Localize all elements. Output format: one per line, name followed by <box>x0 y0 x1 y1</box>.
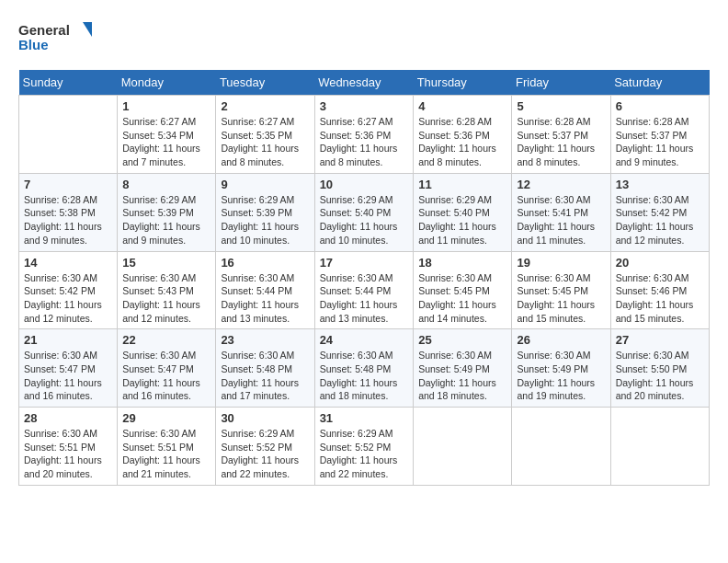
day-number: 18 <box>418 256 506 270</box>
day-info: Sunrise: 6:30 AMSunset: 5:51 PMDaylight:… <box>122 427 210 481</box>
day-number: 10 <box>320 178 409 191</box>
day-number: 3 <box>320 99 409 113</box>
header-thursday: Thursday <box>414 70 512 96</box>
day-info: Sunrise: 6:30 AMSunset: 5:48 PMDaylight:… <box>221 349 309 403</box>
page-header: General Blue <box>18 18 710 55</box>
calendar-cell: 14Sunrise: 6:30 AMSunset: 5:42 PMDayligh… <box>19 251 118 329</box>
day-number: 1 <box>122 99 210 113</box>
day-info: Sunrise: 6:29 AMSunset: 5:39 PMDaylight:… <box>221 193 309 247</box>
day-info: Sunrise: 6:27 AMSunset: 5:36 PMDaylight:… <box>320 115 409 169</box>
day-number: 27 <box>616 333 704 347</box>
day-info: Sunrise: 6:30 AMSunset: 5:45 PMDaylight:… <box>418 271 506 326</box>
day-info: Sunrise: 6:30 AMSunset: 5:45 PMDaylight:… <box>517 271 605 326</box>
calendar-cell: 10Sunrise: 6:29 AMSunset: 5:40 PMDayligh… <box>314 173 414 251</box>
day-info: Sunrise: 6:30 AMSunset: 5:49 PMDaylight:… <box>418 349 506 403</box>
day-number: 6 <box>616 99 704 113</box>
day-number: 9 <box>221 178 309 191</box>
day-number: 11 <box>418 178 506 191</box>
day-number: 4 <box>418 99 506 113</box>
day-number: 2 <box>221 99 309 113</box>
calendar-cell: 3Sunrise: 6:27 AMSunset: 5:36 PMDaylight… <box>314 96 414 174</box>
calendar-table: SundayMondayTuesdayWednesdayThursdayFrid… <box>18 70 710 486</box>
calendar-week-row: 21Sunrise: 6:30 AMSunset: 5:47 PMDayligh… <box>19 329 710 408</box>
calendar-cell: 7Sunrise: 6:28 AMSunset: 5:38 PMDaylight… <box>19 173 118 251</box>
day-info: Sunrise: 6:30 AMSunset: 5:49 PMDaylight:… <box>517 349 605 403</box>
calendar-cell: 28Sunrise: 6:30 AMSunset: 5:51 PMDayligh… <box>19 408 118 486</box>
day-info: Sunrise: 6:30 AMSunset: 5:50 PMDaylight:… <box>616 349 704 403</box>
day-number: 24 <box>320 333 409 347</box>
day-info: Sunrise: 6:30 AMSunset: 5:43 PMDaylight:… <box>122 271 210 326</box>
calendar-cell: 11Sunrise: 6:29 AMSunset: 5:40 PMDayligh… <box>414 173 512 251</box>
day-number: 23 <box>221 333 309 347</box>
header-sunday: Sunday <box>19 70 118 96</box>
calendar-cell: 30Sunrise: 6:29 AMSunset: 5:52 PMDayligh… <box>216 408 314 486</box>
header-saturday: Saturday <box>610 70 709 96</box>
calendar-cell: 23Sunrise: 6:30 AMSunset: 5:48 PMDayligh… <box>216 329 314 408</box>
header-friday: Friday <box>512 70 610 96</box>
calendar-cell <box>414 408 512 486</box>
day-info: Sunrise: 6:30 AMSunset: 5:46 PMDaylight:… <box>616 271 704 326</box>
day-info: Sunrise: 6:27 AMSunset: 5:35 PMDaylight:… <box>221 115 309 169</box>
day-number: 29 <box>122 411 210 425</box>
day-info: Sunrise: 6:28 AMSunset: 5:37 PMDaylight:… <box>517 115 605 169</box>
day-number: 14 <box>24 256 112 270</box>
calendar-cell: 21Sunrise: 6:30 AMSunset: 5:47 PMDayligh… <box>19 329 118 408</box>
calendar-cell: 8Sunrise: 6:29 AMSunset: 5:39 PMDaylight… <box>118 173 216 251</box>
day-info: Sunrise: 6:28 AMSunset: 5:38 PMDaylight:… <box>24 193 112 247</box>
calendar-cell: 29Sunrise: 6:30 AMSunset: 5:51 PMDayligh… <box>118 408 216 486</box>
logo-svg: General Blue <box>18 18 92 55</box>
calendar-cell <box>610 408 709 486</box>
day-info: Sunrise: 6:30 AMSunset: 5:47 PMDaylight:… <box>122 349 210 403</box>
day-number: 25 <box>418 333 506 347</box>
calendar-week-row: 14Sunrise: 6:30 AMSunset: 5:42 PMDayligh… <box>19 251 710 329</box>
calendar-cell: 18Sunrise: 6:30 AMSunset: 5:45 PMDayligh… <box>414 251 512 329</box>
calendar-cell: 26Sunrise: 6:30 AMSunset: 5:49 PMDayligh… <box>512 329 610 408</box>
calendar-cell: 9Sunrise: 6:29 AMSunset: 5:39 PMDaylight… <box>216 173 314 251</box>
day-number: 8 <box>122 178 210 191</box>
day-info: Sunrise: 6:30 AMSunset: 5:51 PMDaylight:… <box>24 427 112 481</box>
day-info: Sunrise: 6:30 AMSunset: 5:44 PMDaylight:… <box>221 271 309 326</box>
svg-text:Blue: Blue <box>18 37 49 52</box>
calendar-cell: 22Sunrise: 6:30 AMSunset: 5:47 PMDayligh… <box>118 329 216 408</box>
calendar-cell: 4Sunrise: 6:28 AMSunset: 5:36 PMDaylight… <box>414 96 512 174</box>
calendar-cell: 1Sunrise: 6:27 AMSunset: 5:34 PMDaylight… <box>118 96 216 174</box>
day-info: Sunrise: 6:30 AMSunset: 5:42 PMDaylight:… <box>24 271 112 326</box>
day-info: Sunrise: 6:29 AMSunset: 5:39 PMDaylight:… <box>122 193 210 247</box>
day-number: 7 <box>24 178 112 191</box>
day-number: 15 <box>122 256 210 270</box>
day-info: Sunrise: 6:30 AMSunset: 5:48 PMDaylight:… <box>320 349 409 403</box>
day-number: 5 <box>517 99 605 113</box>
calendar-week-row: 1Sunrise: 6:27 AMSunset: 5:34 PMDaylight… <box>19 96 710 174</box>
calendar-cell <box>512 408 610 486</box>
calendar-cell: 5Sunrise: 6:28 AMSunset: 5:37 PMDaylight… <box>512 96 610 174</box>
day-info: Sunrise: 6:28 AMSunset: 5:36 PMDaylight:… <box>418 115 506 169</box>
header-wednesday: Wednesday <box>314 70 414 96</box>
day-info: Sunrise: 6:27 AMSunset: 5:34 PMDaylight:… <box>122 115 210 169</box>
day-number: 30 <box>221 411 309 425</box>
day-info: Sunrise: 6:30 AMSunset: 5:44 PMDaylight:… <box>320 271 409 326</box>
calendar-cell: 27Sunrise: 6:30 AMSunset: 5:50 PMDayligh… <box>610 329 709 408</box>
calendar-week-row: 7Sunrise: 6:28 AMSunset: 5:38 PMDaylight… <box>19 173 710 251</box>
header-tuesday: Tuesday <box>216 70 314 96</box>
day-number: 17 <box>320 256 409 270</box>
header-monday: Monday <box>118 70 216 96</box>
day-info: Sunrise: 6:29 AMSunset: 5:52 PMDaylight:… <box>221 427 309 481</box>
calendar-cell: 6Sunrise: 6:28 AMSunset: 5:37 PMDaylight… <box>610 96 709 174</box>
calendar-cell: 2Sunrise: 6:27 AMSunset: 5:35 PMDaylight… <box>216 96 314 174</box>
day-number: 28 <box>24 411 112 425</box>
svg-marker-2 <box>83 22 92 37</box>
day-info: Sunrise: 6:29 AMSunset: 5:40 PMDaylight:… <box>320 193 409 247</box>
calendar-cell: 16Sunrise: 6:30 AMSunset: 5:44 PMDayligh… <box>216 251 314 329</box>
day-number: 13 <box>616 178 704 191</box>
calendar-week-row: 28Sunrise: 6:30 AMSunset: 5:51 PMDayligh… <box>19 408 710 486</box>
calendar-cell: 19Sunrise: 6:30 AMSunset: 5:45 PMDayligh… <box>512 251 610 329</box>
svg-text:General: General <box>18 22 70 38</box>
day-info: Sunrise: 6:29 AMSunset: 5:52 PMDaylight:… <box>320 427 409 481</box>
day-number: 12 <box>517 178 605 191</box>
day-info: Sunrise: 6:30 AMSunset: 5:47 PMDaylight:… <box>24 349 112 403</box>
calendar-cell: 31Sunrise: 6:29 AMSunset: 5:52 PMDayligh… <box>314 408 414 486</box>
calendar-cell: 20Sunrise: 6:30 AMSunset: 5:46 PMDayligh… <box>610 251 709 329</box>
calendar-header-row: SundayMondayTuesdayWednesdayThursdayFrid… <box>19 70 710 96</box>
day-info: Sunrise: 6:28 AMSunset: 5:37 PMDaylight:… <box>616 115 704 169</box>
calendar-cell: 25Sunrise: 6:30 AMSunset: 5:49 PMDayligh… <box>414 329 512 408</box>
